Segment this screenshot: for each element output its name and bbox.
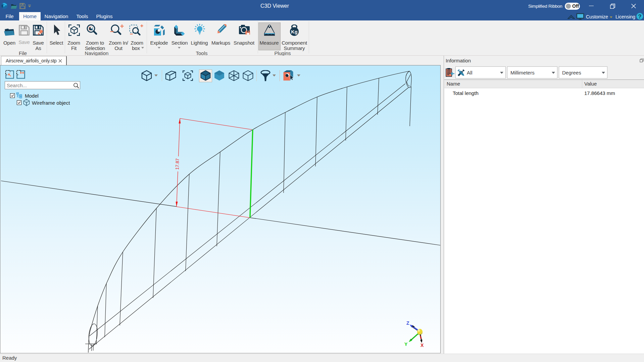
svg-text:Z: Z [406,320,409,326]
svg-text:?: ? [638,13,641,20]
svg-text:Y: Y [404,342,408,347]
svg-text:X: X [420,343,424,348]
svg-text:Kg: Kg [291,29,297,35]
svg-text:17.87: 17.87 [175,158,180,170]
